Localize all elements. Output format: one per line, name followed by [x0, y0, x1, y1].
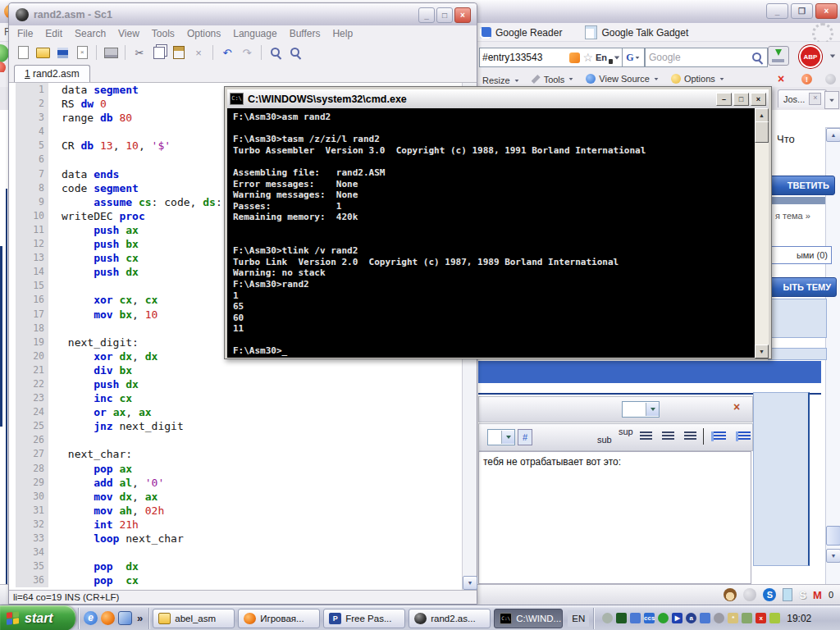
size-combo[interactable] — [487, 429, 515, 445]
code-line[interactable]: 29 add al, '0' — [9, 476, 462, 490]
topic-link[interactable]: я тема » — [775, 211, 810, 221]
search-engine-selector[interactable]: G — [622, 48, 645, 67]
cmd-scroll-thumb[interactable] — [755, 121, 769, 143]
tray-volume-icon[interactable] — [714, 613, 724, 623]
webdev-tools[interactable]: Tools — [532, 75, 575, 84]
tab-list-dropdown[interactable] — [824, 91, 839, 109]
scroll-down-icon[interactable]: ▼ — [826, 549, 840, 563]
menu-view[interactable]: View — [118, 28, 139, 39]
tray-sphere-icon[interactable] — [602, 613, 613, 623]
bookmark-star-icon[interactable]: ☆ — [582, 52, 593, 63]
cmd-scroll-down-icon[interactable]: ▼ — [755, 345, 769, 358]
open-file-icon[interactable] — [34, 44, 52, 61]
code-line[interactable]: 21 div bx — [9, 363, 462, 377]
tray-update-icon[interactable] — [658, 613, 669, 623]
code-line[interactable]: 36 pop cx — [9, 573, 462, 587]
taskbar-button-1[interactable]: abel_asm — [153, 609, 235, 628]
close-topic-button[interactable]: ЫТЬ ТЕМУ — [766, 277, 837, 297]
cmd-scroll-up-icon[interactable]: ▲ — [755, 108, 769, 122]
menu-tools[interactable]: Tools — [152, 28, 175, 39]
webdev-resize[interactable]: Resize — [482, 75, 520, 85]
align-right-icon[interactable] — [684, 431, 696, 441]
tray-media-player-icon[interactable]: ▶ — [672, 613, 682, 623]
mail-quicklaunch-icon[interactable] — [118, 611, 132, 625]
status-circle-icon[interactable] — [743, 588, 756, 601]
scroll-thumb[interactable] — [826, 526, 840, 546]
editor-close-button[interactable]: × — [454, 7, 471, 23]
page-scrollbar[interactable]: ▲ ▼ — [825, 127, 840, 630]
code-line[interactable]: 22 push dx — [9, 377, 462, 391]
hash-button[interactable]: # — [518, 429, 532, 445]
subscript-button[interactable]: sub — [597, 435, 612, 445]
font-combo[interactable] — [622, 401, 660, 418]
start-button[interactable]: start — [0, 605, 75, 630]
tray-ati-icon[interactable]: a — [686, 613, 696, 623]
scroll-up-icon[interactable]: ▲ — [826, 128, 840, 142]
unordered-list-icon[interactable] — [736, 431, 751, 441]
code-line[interactable]: 28 pop ax — [9, 462, 462, 476]
webdev-options[interactable]: Options — [671, 74, 725, 84]
browser-restore-button[interactable]: ❐ — [791, 3, 813, 19]
language-indicator[interactable]: EN — [568, 610, 589, 627]
code-line[interactable]: 32 int 21h — [9, 518, 462, 532]
menu-file[interactable]: File — [17, 28, 33, 39]
toolbar-overflow-icon[interactable] — [830, 55, 835, 58]
editor-titlebar[interactable]: rand2.asm - Sc1 _ □ × — [9, 3, 477, 25]
undo-icon[interactable]: ↶ — [218, 44, 236, 61]
tray-ccs-icon[interactable]: ccs — [644, 613, 655, 623]
webdev-view-source[interactable]: View Source — [586, 74, 660, 84]
locale-badge[interactable]: En — [596, 52, 607, 62]
taskbar-button-3[interactable]: PFree Pas... — [323, 609, 405, 628]
code-line[interactable]: 24 or ax, ax — [9, 405, 462, 419]
address-bar[interactable]: #entry133543 ☆ En — [479, 48, 623, 67]
gmail-notifier-icon[interactable]: M — [813, 589, 822, 601]
ie-quicklaunch-icon[interactable]: e — [84, 611, 98, 625]
delete-icon[interactable]: × — [189, 44, 208, 61]
editor-minimize-button[interactable]: _ — [418, 7, 435, 23]
tray-grid-icon[interactable] — [616, 613, 627, 623]
stylish-icon[interactable]: S — [799, 589, 806, 601]
taskbar-button-5[interactable]: C:\C:\WIND... — [494, 609, 563, 628]
code-line[interactable]: 35 pop dx — [9, 559, 462, 573]
adblock-icon[interactable]: ABP — [799, 45, 822, 68]
browser-minimize-button[interactable]: _ — [766, 3, 788, 19]
ordered-list-icon[interactable] — [711, 431, 726, 441]
superscript-button[interactable]: sup — [619, 427, 633, 436]
editor-scroll-down-icon[interactable]: ▼ — [463, 576, 477, 590]
quicklaunch-overflow-icon[interactable]: » — [137, 612, 143, 624]
tray-wand-icon[interactable]: * — [728, 613, 738, 623]
post-textarea[interactable]: тебя не отрабатывает вот это: — [478, 451, 751, 584]
taskbar-button-2[interactable]: Игровая... — [238, 609, 320, 628]
bookmark-item[interactable]: Google Reader — [480, 25, 562, 39]
toolbar-close-icon[interactable]: × — [733, 400, 740, 413]
code-line[interactable]: 31 mov ah, 02h — [9, 504, 462, 518]
save-file-icon[interactable] — [53, 44, 71, 61]
menu-search[interactable]: Search — [75, 28, 106, 39]
menu-options[interactable]: Options — [187, 28, 221, 39]
cmd-close-button[interactable]: × — [751, 93, 766, 106]
webdev-error-icon[interactable]: × — [778, 72, 784, 85]
console-output[interactable]: F:\Asm30>asm rand2 F:\Asm30>tasm /z/zi/l… — [227, 108, 755, 358]
cut-icon[interactable]: ✂ — [130, 44, 148, 61]
code-line[interactable]: 34 — [9, 546, 462, 559]
print-icon[interactable] — [102, 44, 120, 61]
menu-help[interactable]: Help — [332, 28, 353, 39]
code-line[interactable]: 26 — [9, 433, 462, 447]
editor-maximize-button[interactable]: □ — [436, 7, 453, 23]
firefox-quicklaunch-icon[interactable] — [101, 611, 115, 625]
code-line[interactable]: 30 mov dx, ax — [9, 490, 462, 504]
redo-icon[interactable]: ↷ — [238, 44, 256, 61]
tray-antivirus-icon[interactable]: x — [756, 613, 766, 623]
tab-close-icon[interactable]: × — [809, 93, 821, 105]
cmd-titlebar[interactable]: C:\ C:\WINDOWS\system32\cmd.exe – □ × — [227, 89, 769, 109]
search-box[interactable]: Google — [645, 48, 768, 67]
new-file-icon[interactable] — [14, 44, 32, 61]
tray-network-icon[interactable] — [630, 613, 641, 623]
close-file-icon[interactable]: × — [73, 44, 91, 61]
find-next-icon[interactable] — [286, 44, 304, 61]
paste-icon[interactable] — [170, 44, 188, 61]
file-tab[interactable]: 1 rand2.asm — [14, 65, 90, 82]
code-line[interactable]: 33 loop next_char — [9, 532, 462, 546]
menu-buffers[interactable]: Buffers — [290, 28, 321, 39]
browser-close-button[interactable]: × — [815, 3, 838, 19]
